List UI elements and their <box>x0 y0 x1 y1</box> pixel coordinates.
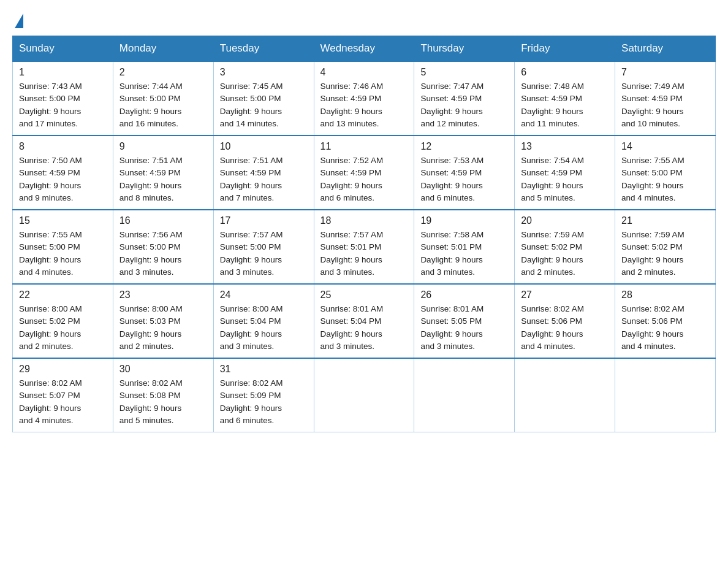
calendar-week-row: 22Sunrise: 8:00 AMSunset: 5:02 PMDayligh… <box>13 284 716 358</box>
day-info: Sunrise: 7:45 AMSunset: 5:00 PMDaylight:… <box>220 80 308 130</box>
day-info: Sunrise: 7:57 AMSunset: 5:01 PMDaylight:… <box>320 229 408 278</box>
day-info: Sunrise: 7:59 AMSunset: 5:02 PMDaylight:… <box>521 229 609 278</box>
calendar-cell: 26Sunrise: 8:01 AMSunset: 5:05 PMDayligh… <box>414 284 515 358</box>
calendar-cell: 5Sunrise: 7:47 AMSunset: 4:59 PMDaylight… <box>414 61 515 136</box>
day-number: 21 <box>621 215 709 226</box>
day-number: 28 <box>621 289 709 301</box>
calendar-cell: 15Sunrise: 7:55 AMSunset: 5:00 PMDayligh… <box>13 210 113 284</box>
day-info: Sunrise: 7:50 AMSunset: 4:59 PMDaylight:… <box>19 155 107 204</box>
calendar-cell: 14Sunrise: 7:55 AMSunset: 5:00 PMDayligh… <box>615 136 716 210</box>
calendar-cell: 6Sunrise: 7:48 AMSunset: 4:59 PMDaylight… <box>515 61 615 136</box>
day-number: 4 <box>320 67 408 78</box>
day-number: 26 <box>420 289 508 301</box>
day-info: Sunrise: 8:02 AMSunset: 5:09 PMDaylight:… <box>220 377 308 427</box>
day-info: Sunrise: 8:01 AMSunset: 5:04 PMDaylight:… <box>320 303 408 353</box>
day-info: Sunrise: 8:00 AMSunset: 5:03 PMDaylight:… <box>119 303 207 353</box>
calendar-cell <box>314 358 414 432</box>
column-header-saturday: Saturday <box>615 36 716 62</box>
calendar-cell: 8Sunrise: 7:50 AMSunset: 4:59 PMDaylight… <box>13 136 113 210</box>
calendar-cell: 4Sunrise: 7:46 AMSunset: 4:59 PMDaylight… <box>314 61 414 136</box>
day-number: 22 <box>19 289 107 301</box>
calendar-cell: 7Sunrise: 7:49 AMSunset: 4:59 PMDaylight… <box>615 61 716 136</box>
day-info: Sunrise: 7:46 AMSunset: 4:59 PMDaylight:… <box>320 80 408 130</box>
day-info: Sunrise: 7:44 AMSunset: 5:00 PMDaylight:… <box>119 80 207 130</box>
calendar-cell: 21Sunrise: 7:59 AMSunset: 5:02 PMDayligh… <box>615 210 716 284</box>
column-header-sunday: Sunday <box>13 36 113 62</box>
calendar-header-row: SundayMondayTuesdayWednesdayThursdayFrid… <box>13 36 716 62</box>
calendar-cell: 10Sunrise: 7:51 AMSunset: 4:59 PMDayligh… <box>213 136 314 210</box>
calendar-table: SundayMondayTuesdayWednesdayThursdayFrid… <box>12 36 716 432</box>
day-info: Sunrise: 7:51 AMSunset: 4:59 PMDaylight:… <box>220 155 308 204</box>
day-info: Sunrise: 7:56 AMSunset: 5:00 PMDaylight:… <box>119 229 207 278</box>
day-number: 15 <box>19 215 107 226</box>
day-number: 18 <box>320 215 408 226</box>
day-number: 25 <box>320 289 408 301</box>
day-number: 14 <box>621 141 709 152</box>
calendar-cell: 29Sunrise: 8:02 AMSunset: 5:07 PMDayligh… <box>13 358 113 432</box>
day-number: 31 <box>220 364 308 375</box>
calendar-cell: 11Sunrise: 7:52 AMSunset: 4:59 PMDayligh… <box>314 136 414 210</box>
calendar-cell: 22Sunrise: 8:00 AMSunset: 5:02 PMDayligh… <box>13 284 113 358</box>
day-info: Sunrise: 7:54 AMSunset: 4:59 PMDaylight:… <box>521 155 609 204</box>
day-number: 3 <box>220 67 308 78</box>
calendar-cell: 23Sunrise: 8:00 AMSunset: 5:03 PMDayligh… <box>113 284 213 358</box>
logo <box>12 12 23 26</box>
calendar-cell <box>515 358 615 432</box>
calendar-cell <box>615 358 716 432</box>
day-info: Sunrise: 7:43 AMSunset: 5:00 PMDaylight:… <box>19 80 107 130</box>
day-info: Sunrise: 7:51 AMSunset: 4:59 PMDaylight:… <box>119 155 207 204</box>
day-info: Sunrise: 7:55 AMSunset: 5:00 PMDaylight:… <box>19 229 107 278</box>
calendar-cell: 25Sunrise: 8:01 AMSunset: 5:04 PMDayligh… <box>314 284 414 358</box>
day-number: 24 <box>220 289 308 301</box>
calendar-cell: 27Sunrise: 8:02 AMSunset: 5:06 PMDayligh… <box>515 284 615 358</box>
calendar-week-row: 15Sunrise: 7:55 AMSunset: 5:00 PMDayligh… <box>13 210 716 284</box>
calendar-week-row: 8Sunrise: 7:50 AMSunset: 4:59 PMDaylight… <box>13 136 716 210</box>
calendar-cell: 28Sunrise: 8:02 AMSunset: 5:06 PMDayligh… <box>615 284 716 358</box>
day-number: 10 <box>220 141 308 152</box>
day-number: 12 <box>420 141 508 152</box>
calendar-cell: 12Sunrise: 7:53 AMSunset: 4:59 PMDayligh… <box>414 136 515 210</box>
calendar-cell: 1Sunrise: 7:43 AMSunset: 5:00 PMDaylight… <box>13 61 113 136</box>
calendar-cell: 9Sunrise: 7:51 AMSunset: 4:59 PMDaylight… <box>113 136 213 210</box>
calendar-cell: 20Sunrise: 7:59 AMSunset: 5:02 PMDayligh… <box>515 210 615 284</box>
day-number: 6 <box>521 67 609 78</box>
calendar-cell: 13Sunrise: 7:54 AMSunset: 4:59 PMDayligh… <box>515 136 615 210</box>
calendar-cell: 18Sunrise: 7:57 AMSunset: 5:01 PMDayligh… <box>314 210 414 284</box>
day-number: 7 <box>621 67 709 78</box>
column-header-tuesday: Tuesday <box>213 36 314 62</box>
calendar-cell <box>414 358 515 432</box>
day-number: 2 <box>119 67 207 78</box>
logo-triangle-icon <box>15 13 23 28</box>
day-number: 29 <box>19 364 107 375</box>
day-number: 5 <box>420 67 508 78</box>
day-info: Sunrise: 8:01 AMSunset: 5:05 PMDaylight:… <box>420 303 508 353</box>
day-info: Sunrise: 8:02 AMSunset: 5:07 PMDaylight:… <box>19 377 107 427</box>
day-info: Sunrise: 7:49 AMSunset: 4:59 PMDaylight:… <box>621 80 709 130</box>
calendar-cell: 19Sunrise: 7:58 AMSunset: 5:01 PMDayligh… <box>414 210 515 284</box>
day-number: 9 <box>119 141 207 152</box>
calendar-cell: 30Sunrise: 8:02 AMSunset: 5:08 PMDayligh… <box>113 358 213 432</box>
calendar-cell: 31Sunrise: 8:02 AMSunset: 5:09 PMDayligh… <box>213 358 314 432</box>
day-number: 17 <box>220 215 308 226</box>
column-header-thursday: Thursday <box>414 36 515 62</box>
day-info: Sunrise: 8:02 AMSunset: 5:06 PMDaylight:… <box>521 303 609 353</box>
day-number: 30 <box>119 364 207 375</box>
day-number: 23 <box>119 289 207 301</box>
day-info: Sunrise: 8:02 AMSunset: 5:06 PMDaylight:… <box>621 303 709 353</box>
day-info: Sunrise: 7:52 AMSunset: 4:59 PMDaylight:… <box>320 155 408 204</box>
day-info: Sunrise: 7:59 AMSunset: 5:02 PMDaylight:… <box>621 229 709 278</box>
calendar-week-row: 1Sunrise: 7:43 AMSunset: 5:00 PMDaylight… <box>13 61 716 136</box>
calendar-cell: 3Sunrise: 7:45 AMSunset: 5:00 PMDaylight… <box>213 61 314 136</box>
day-number: 13 <box>521 141 609 152</box>
column-header-friday: Friday <box>515 36 615 62</box>
calendar-cell: 16Sunrise: 7:56 AMSunset: 5:00 PMDayligh… <box>113 210 213 284</box>
day-info: Sunrise: 8:02 AMSunset: 5:08 PMDaylight:… <box>119 377 207 427</box>
day-info: Sunrise: 7:55 AMSunset: 5:00 PMDaylight:… <box>621 155 709 204</box>
calendar-cell: 17Sunrise: 7:57 AMSunset: 5:00 PMDayligh… <box>213 210 314 284</box>
day-info: Sunrise: 7:58 AMSunset: 5:01 PMDaylight:… <box>420 229 508 278</box>
day-number: 16 <box>119 215 207 226</box>
day-number: 19 <box>420 215 508 226</box>
page-header <box>12 12 716 26</box>
day-number: 1 <box>19 67 107 78</box>
calendar-cell: 2Sunrise: 7:44 AMSunset: 5:00 PMDaylight… <box>113 61 213 136</box>
